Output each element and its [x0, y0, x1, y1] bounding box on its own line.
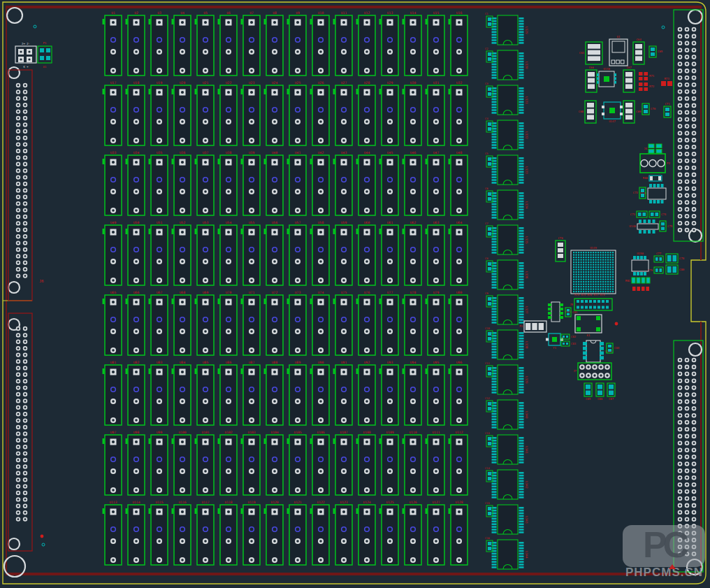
ic-footprint[interactable]: C15U143	[485, 501, 528, 534]
relay-footprint[interactable]: U85	[195, 361, 215, 425]
component-cap2v[interactable]: C85	[584, 383, 592, 401]
relay-footprint[interactable]: U97	[103, 431, 122, 495]
relay-footprint[interactable]: U123	[333, 501, 353, 565]
relay-footprint[interactable]: U118	[218, 501, 238, 565]
relay-footprint[interactable]: U22	[218, 81, 238, 145]
relay-footprint[interactable]: U8	[264, 11, 284, 76]
component-cap2h[interactable]: C79	[648, 267, 663, 273]
ic-footprint[interactable]: C1U129	[485, 12, 528, 45]
relay-footprint[interactable]: U16	[449, 11, 468, 76]
relay-footprint[interactable]: U35	[149, 151, 168, 215]
relay-footprint[interactable]: U117	[195, 501, 215, 565]
relay-footprint[interactable]: U72	[264, 291, 284, 355]
relay-footprint[interactable]: U98	[126, 431, 145, 495]
ic-footprint[interactable]: C6U134	[485, 187, 528, 220]
relay-footprint[interactable]: U90	[310, 361, 330, 425]
relay-footprint[interactable]: U54	[218, 221, 238, 285]
component-cap2hL[interactable]: C80	[666, 265, 685, 274]
relay-footprint[interactable]: U25	[287, 81, 307, 145]
relay-footprint[interactable]: U20	[172, 81, 191, 145]
relay-footprint[interactable]: U57	[287, 221, 307, 285]
relay-footprint[interactable]: U80	[449, 291, 468, 355]
relay-footprint[interactable]: U75	[333, 291, 353, 355]
relay-footprint[interactable]: U48	[449, 151, 468, 215]
ic-footprint[interactable]: C7U135	[485, 222, 528, 254]
component-bga[interactable]: U149	[571, 246, 616, 294]
relay-footprint[interactable]: U83	[149, 361, 168, 425]
relay-footprint[interactable]: U62	[403, 221, 422, 285]
edge-connector-right[interactable]	[674, 10, 703, 241]
relay-footprint[interactable]: U38	[218, 151, 238, 215]
relay-footprint[interactable]: U93	[379, 361, 399, 425]
relay-footprint[interactable]: U111	[426, 431, 445, 495]
relay-footprint[interactable]: U101	[195, 431, 215, 495]
component-cap2h[interactable]: C77	[654, 252, 663, 262]
relay-footprint[interactable]: U79	[426, 291, 445, 355]
ic-footprint[interactable]: C2U130	[485, 47, 528, 80]
relay-footprint[interactable]: U95	[426, 361, 445, 425]
relay-footprint[interactable]: U37	[195, 151, 215, 215]
component-red4[interactable]	[632, 287, 649, 291]
component-cap2v[interactable]: C75	[660, 221, 673, 231]
relay-footprint[interactable]: U87	[241, 361, 261, 425]
relay-footprint[interactable]: U63	[426, 221, 445, 285]
component-cap2h[interactable]: C82	[561, 334, 577, 339]
ic-footprint[interactable]: C5U133	[485, 152, 528, 185]
ic-footprint[interactable]: C16U144	[485, 536, 528, 569]
relay-footprint[interactable]: U128	[449, 501, 468, 565]
relay-footprint[interactable]: U116	[172, 501, 191, 565]
ic-footprint[interactable]: C8U136	[485, 257, 528, 289]
relay-footprint[interactable]: U77	[379, 291, 399, 355]
relay-footprint[interactable]: U96	[449, 361, 468, 425]
relay-footprint[interactable]: U36	[172, 151, 191, 215]
relay-footprint[interactable]: U23	[241, 81, 261, 145]
relay-footprint[interactable]: U106	[310, 431, 330, 495]
relay-footprint[interactable]: U6	[218, 11, 238, 76]
component-xtal[interactable]: Y1	[546, 334, 563, 350]
relay-footprint[interactable]: U67	[149, 291, 168, 355]
edge-connector-left[interactable]: J6	[8, 70, 44, 301]
relay-footprint[interactable]: U11	[333, 11, 353, 76]
relay-footprint[interactable]: U69	[195, 291, 215, 355]
relay-footprint[interactable]: U44	[356, 151, 376, 215]
edge-connector-left[interactable]	[8, 313, 32, 551]
ic-footprint[interactable]: C9U137	[485, 292, 528, 324]
relay-footprint[interactable]: U127	[426, 501, 445, 565]
relay-footprint[interactable]: U59	[333, 221, 353, 285]
relay-footprint[interactable]: U100	[172, 431, 191, 495]
relay-footprint[interactable]: U33	[103, 151, 122, 215]
component-dip8[interactable]: U152	[583, 340, 612, 362]
relay-footprint[interactable]: U71	[241, 291, 261, 355]
relay-footprint[interactable]: U76	[356, 291, 376, 355]
relay-footprint[interactable]: U53	[195, 221, 215, 285]
edge-connector-right[interactable]	[674, 340, 703, 572]
relay-footprint[interactable]: U86	[218, 361, 238, 425]
component-cap2h[interactable]: C74	[649, 211, 667, 217]
ic-footprint[interactable]: C10U138	[485, 327, 528, 359]
relay-footprint[interactable]: U114	[126, 501, 145, 565]
relay-footprint[interactable]: U70	[218, 291, 238, 355]
component-pads2x2r[interactable]: R72	[639, 83, 655, 91]
relay-footprint[interactable]: U52	[172, 221, 191, 285]
relay-footprint[interactable]: U46	[403, 151, 422, 215]
component-cap2v[interactable]: C70	[642, 103, 656, 115]
component-cap3v[interactable]: C68	[579, 101, 596, 123]
relay-footprint[interactable]: U2	[126, 11, 145, 76]
relay-footprint[interactable]: U10	[310, 11, 330, 76]
component-cap2h[interactable]: C83	[561, 341, 577, 346]
relay-footprint[interactable]: U4	[172, 11, 191, 76]
relay-footprint[interactable]: U94	[403, 361, 422, 425]
relay-footprint[interactable]: U65	[103, 291, 122, 355]
component-soic8t[interactable]: U148	[629, 220, 658, 234]
component-cap2v[interactable]: C87	[607, 383, 615, 401]
relay-footprint[interactable]: U1	[103, 11, 122, 76]
relay-footprint[interactable]: U41	[287, 151, 307, 215]
relay-footprint[interactable]: U89	[287, 361, 307, 425]
relay-footprint[interactable]: U126	[403, 501, 422, 565]
component-lblrow[interactable]: R74 R75 R76 R77 R78	[574, 293, 605, 296]
ic-footprint[interactable]: C4U132	[485, 117, 528, 150]
component-cap3v[interactable]: C69	[623, 101, 642, 123]
relay-footprint[interactable]: U47	[426, 151, 445, 215]
component-qfncyan[interactable]: U147	[602, 102, 623, 123]
relay-footprint[interactable]: U108	[356, 431, 376, 495]
